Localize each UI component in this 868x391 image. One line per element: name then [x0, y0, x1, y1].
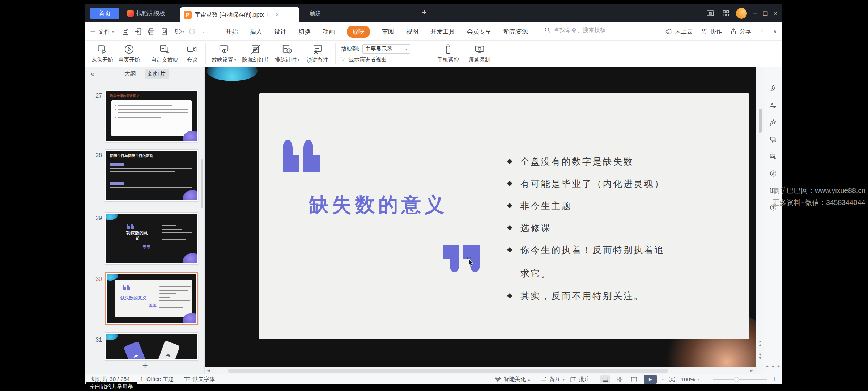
maximize-button[interactable]: □ — [763, 9, 767, 17]
slide-bullet[interactable]: ◆ 你今生的执着！反而特别执着追 — [507, 244, 710, 256]
slide-title[interactable]: 缺失数的意义 — [309, 192, 448, 218]
close-button[interactable]: × — [774, 9, 778, 17]
slide-thumbnail-30-selected[interactable]: 缺失数的意义 等等 — [105, 272, 198, 325]
properties-sliders-icon[interactable] — [769, 97, 777, 114]
custom-show-button[interactable]: 自定义放映 — [148, 41, 181, 63]
menu-start[interactable]: 开始 — [226, 28, 238, 36]
fit-slide-icon[interactable] — [669, 376, 676, 383]
slide-thumbnail-29[interactable]: 功课数的意义 等等 — [105, 212, 198, 265]
add-slide-button[interactable]: + — [85, 360, 205, 371]
tab-new[interactable]: 新建 — [304, 8, 327, 19]
slide-sorter-view-button[interactable] — [615, 375, 624, 383]
effects-star-icon[interactable] — [769, 114, 777, 131]
comments-button[interactable]: 批注 — [570, 375, 590, 383]
multi-window-icon[interactable]: 2 — [706, 9, 716, 17]
horizontal-scrollbar-track[interactable]: ◀ ▶ — [205, 367, 756, 374]
smart-beautify-button[interactable]: 智能美化▴ — [494, 375, 530, 383]
zoom-out-button[interactable]: − — [704, 375, 708, 383]
screen-record-button[interactable]: 屏幕录制 — [464, 41, 495, 63]
theme-name[interactable]: 1_Office 主题 — [140, 375, 174, 383]
slide-canvas[interactable]: 缺失数的意义 ◆ 全盘没有的数字是缺失数 ◆ 有可能是毕业了（内化进灵魂） ◆ … — [205, 67, 756, 367]
horizontal-scrollbar-thumb[interactable] — [228, 369, 668, 373]
zoom-level[interactable]: 100%▾ — [681, 376, 699, 383]
previous-slide-button[interactable]: ▲▲ — [756, 340, 764, 347]
print-icon[interactable] — [147, 28, 156, 36]
rehearse-timing-button[interactable]: 排练计时▾ — [272, 41, 302, 63]
hide-slide-button[interactable]: 隐藏幻灯片 — [239, 41, 272, 63]
slide-thumbnail-27[interactable]: 晚年大运如何计算？ — [105, 90, 198, 142]
panel-more-icon[interactable]: ● ● ● — [764, 363, 782, 369]
close-tab-icon[interactable]: × — [276, 12, 279, 18]
slide-bullet[interactable]: ◆ 非今生主题 — [507, 200, 710, 212]
meeting-button[interactable]: 会议 — [181, 41, 203, 63]
slide-bullet[interactable]: ◆ 选修课 — [507, 222, 710, 234]
switch-screen-icon[interactable] — [769, 131, 777, 148]
phone-remote-button[interactable]: 手机遥控 — [432, 41, 464, 63]
vertical-scrollbar-track[interactable]: ▲▲ ▼▼ — [756, 67, 764, 374]
menu-view[interactable]: 视图 — [406, 28, 418, 36]
zoom-slider-knob[interactable] — [734, 377, 739, 382]
slide-bullet[interactable]: ◆ 全盘没有的数字是缺失数 — [507, 156, 710, 168]
menu-membership[interactable]: 会员专享 — [467, 28, 492, 36]
normal-view-button[interactable] — [600, 375, 610, 383]
presenter-view-checkbox[interactable]: ✓ — [341, 57, 346, 62]
tab-outline[interactable]: 大纲 — [121, 69, 140, 79]
print-preview-icon[interactable] — [160, 28, 169, 36]
home-tab[interactable]: 首页 — [90, 8, 119, 19]
export-icon[interactable] — [134, 28, 142, 36]
menu-insert[interactable]: 插入 — [250, 28, 262, 36]
zoom-slider[interactable] — [713, 379, 767, 380]
add-tab-button[interactable]: + — [422, 7, 427, 17]
show-settings-button[interactable]: 放映设置▾ — [208, 41, 239, 63]
undo-dropdown-icon[interactable]: ▾ — [182, 30, 184, 34]
quick-tools-rocket-icon[interactable] — [769, 80, 777, 97]
slide-content-card[interactable]: 缺失数的意义 ◆ 全盘没有的数字是缺失数 ◆ 有可能是毕业了（内化进灵魂） ◆ … — [259, 93, 749, 339]
slide-thumbnail-31[interactable]: ☁ ☁ — [105, 332, 198, 361]
display-target-select[interactable]: 主要显示器 ▾ — [362, 44, 410, 54]
tab-document-active[interactable]: P 宇宙灵数 [自动保存的].pptx × — [180, 7, 299, 22]
notes-button[interactable]: 备注▾ — [540, 375, 565, 383]
zoom-in-button[interactable]: + — [772, 375, 776, 383]
speaker-notes-button[interactable]: 演讲备注 — [302, 41, 333, 63]
cloud-status[interactable]: 未上云 — [665, 28, 693, 35]
scroll-right-icon[interactable]: ▶ — [750, 368, 753, 373]
panel-scrollbar[interactable] — [201, 159, 203, 208]
image-edit-icon[interactable] — [769, 148, 777, 165]
customize-toolbar-icon[interactable]: ⌄ — [202, 30, 205, 34]
menu-design[interactable]: 设计 — [274, 28, 286, 36]
play-slideshow-button[interactable]: ▶ — [644, 375, 657, 384]
play-from-start-button[interactable]: 从头开始 — [89, 41, 116, 63]
menu-transition[interactable]: 切换 — [298, 28, 311, 36]
redo-icon[interactable] — [189, 28, 197, 36]
command-search[interactable] — [544, 26, 630, 33]
tab-template-store[interactable]: 找稻壳模板 — [123, 8, 170, 19]
undo-icon[interactable] — [173, 28, 182, 36]
play-options-icon[interactable]: ▾ — [662, 377, 664, 381]
vertical-scrollbar-thumb[interactable] — [759, 109, 762, 133]
slide-bullet[interactable]: ◆ 其实，反而不用特别关注。 — [507, 290, 710, 302]
file-menu[interactable]: 文件 ▾ — [90, 28, 114, 36]
more-options-icon[interactable]: ⋮ — [759, 28, 765, 35]
tab-slides[interactable]: 幻灯片 — [145, 69, 169, 79]
play-current-button[interactable]: 当页开始 — [116, 41, 142, 63]
menu-slideshow[interactable]: 放映 — [347, 26, 370, 38]
save-icon[interactable] — [121, 28, 129, 36]
next-slide-button[interactable]: ▼▼ — [756, 353, 764, 360]
search-input[interactable] — [554, 27, 630, 33]
slide-bullet-continuation[interactable]: ◆ 求它。 — [507, 268, 710, 280]
collapse-ribbon-icon[interactable]: ∧ — [773, 28, 777, 35]
slide-thumbnail-28[interactable]: 阳历生日与阴历生日的区别 — [105, 149, 198, 202]
menu-devtools[interactable]: 开发工具 — [430, 28, 455, 36]
avatar[interactable] — [736, 8, 747, 19]
share-button[interactable]: 分享 — [729, 28, 751, 35]
reading-view-button[interactable] — [629, 375, 639, 383]
menu-review[interactable]: 审阅 — [382, 28, 394, 36]
menu-animation[interactable]: 动画 — [323, 28, 335, 36]
compass-icon[interactable] — [769, 165, 777, 182]
scroll-left-icon[interactable]: ◀ — [207, 368, 210, 373]
panel-handle[interactable] — [770, 71, 777, 75]
collaborate-button[interactable]: 协作 — [700, 28, 722, 35]
minimize-button[interactable]: − — [753, 9, 757, 17]
workspace-grid-icon[interactable] — [722, 9, 730, 17]
menu-docer[interactable]: 稻壳资源 — [503, 28, 528, 36]
